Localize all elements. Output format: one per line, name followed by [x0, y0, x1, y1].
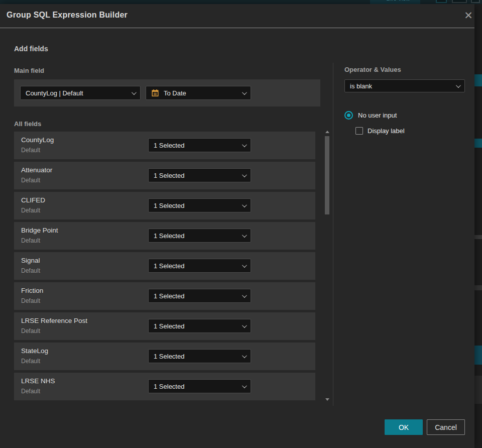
field-subtitle: Default	[21, 207, 40, 214]
main-field-date-dropdown[interactable]: To Date	[146, 86, 251, 100]
field-selection-dropdown[interactable]: 1 Selected	[148, 259, 251, 273]
background-app-right-strip	[474, 4, 482, 448]
background-fragment	[474, 235, 482, 239]
field-name: Friction	[21, 287, 43, 294]
chevron-down-icon	[242, 233, 247, 238]
field-selection-dropdown[interactable]: 1 Selected	[148, 229, 251, 243]
list-scrollbar[interactable]	[324, 130, 330, 402]
dialog-title: Group SQL Expression Builder	[7, 11, 128, 20]
ok-button[interactable]: OK	[385, 419, 423, 435]
field-selection-value: 1 Selected	[154, 172, 238, 179]
field-selection-value: 1 Selected	[154, 383, 238, 390]
checkbox-unchecked-icon	[355, 127, 363, 135]
screen: Live View Group SQL Expression Builder ✕…	[0, 0, 482, 448]
field-subtitle: Default	[21, 177, 40, 184]
scrollbar-thumb[interactable]	[325, 136, 329, 214]
display-label-checkbox[interactable]: Display label	[355, 127, 405, 135]
live-view-button[interactable]: Live View	[370, 0, 420, 4]
background-toolbar-icon	[471, 0, 480, 3]
field-row: Friction Default 1 Selected	[14, 282, 315, 310]
chevron-down-icon	[242, 383, 247, 388]
chevron-down-icon	[242, 202, 247, 207]
field-selection-dropdown[interactable]: 1 Selected	[148, 168, 251, 182]
field-selection-dropdown[interactable]: 1 Selected	[148, 138, 251, 152]
field-name: Signal	[21, 257, 40, 264]
field-name: LRSE Reference Post	[21, 317, 87, 324]
field-selection-value: 1 Selected	[154, 262, 238, 270]
field-subtitle: Default	[21, 267, 40, 274]
background-fragment	[474, 139, 482, 148]
field-row: CLIFED Default 1 Selected	[14, 192, 315, 219]
field-name: CountyLog	[21, 136, 54, 144]
field-row: Attenuator Default 1 Selected	[14, 162, 315, 189]
chevron-down-icon	[242, 293, 247, 298]
background-fragment	[474, 376, 482, 404]
chevron-down-icon	[242, 353, 247, 358]
live-view-label: Live View	[387, 0, 410, 2]
group-sql-expression-builder-dialog: Group SQL Expression Builder ✕ Add field…	[0, 4, 474, 448]
calendar-icon	[151, 89, 159, 97]
background-toolbar-icon	[436, 0, 447, 3]
field-row: Bridge Point Default 1 Selected	[14, 222, 315, 250]
background-app-top-strip: Live View	[0, 0, 482, 4]
chevron-down-icon	[242, 323, 247, 328]
field-name: Attenuator	[21, 166, 52, 174]
close-icon[interactable]: ✕	[462, 9, 475, 22]
main-field-dropdown-value: CountyLog | Default	[26, 89, 128, 97]
field-name: LRSE NHS	[21, 377, 55, 385]
scroll-up-icon[interactable]	[325, 131, 329, 133]
main-field-date-value: To Date	[164, 89, 238, 97]
field-name: Bridge Point	[21, 227, 58, 234]
field-subtitle: Default	[21, 237, 40, 244]
field-name: CLIFED	[21, 196, 45, 204]
background-fragment	[474, 285, 482, 290]
radio-selected-icon	[344, 111, 353, 120]
chevron-down-icon	[456, 83, 461, 88]
field-selection-value: 1 Selected	[154, 202, 238, 209]
main-field-panel: CountyLog | Default To Date	[14, 79, 320, 106]
field-subtitle: Default	[21, 388, 40, 395]
all-fields-label: All fields	[14, 120, 41, 128]
field-row: LRSE Reference Post Default 1 Selected	[14, 312, 315, 340]
field-row: StateLog Default 1 Selected	[14, 343, 315, 370]
chevron-down-icon	[242, 263, 247, 268]
chevron-down-icon	[132, 90, 137, 95]
background-fragment	[474, 74, 482, 86]
field-selection-dropdown[interactable]: 1 Selected	[148, 289, 251, 303]
background-fragment	[474, 346, 482, 365]
field-selection-value: 1 Selected	[154, 232, 238, 240]
add-fields-heading: Add fields	[14, 45, 48, 53]
field-selection-dropdown[interactable]: 1 Selected	[148, 379, 251, 393]
field-selection-dropdown[interactable]: 1 Selected	[148, 198, 251, 212]
chevron-down-icon	[242, 90, 247, 95]
field-selection-dropdown[interactable]: 1 Selected	[148, 319, 251, 333]
main-field-label: Main field	[14, 67, 44, 74]
field-subtitle: Default	[21, 358, 40, 365]
cancel-button[interactable]: Cancel	[427, 419, 465, 435]
operator-dropdown-value: is blank	[350, 82, 452, 90]
field-selection-value: 1 Selected	[154, 353, 238, 360]
field-subtitle: Default	[21, 297, 40, 304]
field-selection-value: 1 Selected	[154, 322, 238, 330]
operator-dropdown[interactable]: is blank	[344, 79, 465, 92]
field-selection-value: 1 Selected	[154, 142, 238, 149]
section-divider	[333, 63, 333, 406]
field-subtitle: Default	[21, 327, 40, 334]
field-selection-dropdown[interactable]: 1 Selected	[148, 349, 251, 363]
field-selection-value: 1 Selected	[154, 292, 238, 300]
field-row: Signal Default 1 Selected	[14, 252, 315, 280]
field-name: StateLog	[21, 347, 48, 355]
chevron-down-icon	[242, 172, 247, 177]
main-field-dropdown[interactable]: CountyLog | Default	[20, 86, 141, 100]
scroll-down-icon[interactable]	[325, 398, 329, 401]
display-label-text: Display label	[368, 127, 405, 135]
no-user-input-label: No user input	[358, 111, 397, 119]
background-toolbar-icon	[452, 0, 467, 3]
field-row: CountyLog Default 1 Selected	[14, 132, 315, 159]
no-user-input-radio[interactable]: No user input	[344, 110, 397, 120]
operator-values-label: Operator & Values	[344, 66, 401, 73]
field-subtitle: Default	[21, 147, 40, 154]
title-divider	[0, 28, 474, 28]
field-row: LRSE NHS Default 1 Selected	[14, 373, 315, 400]
chevron-down-icon	[242, 142, 247, 147]
